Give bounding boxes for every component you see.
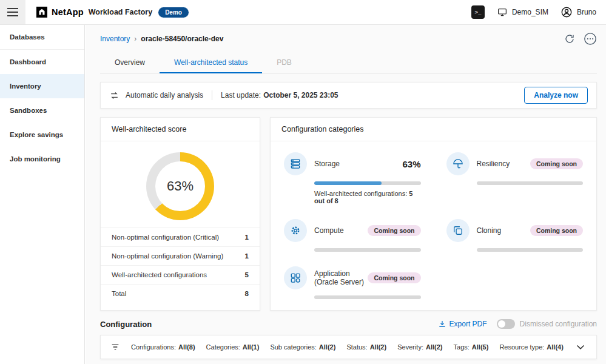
filter-sub-categories[interactable]: Sub categories:All(2) [270, 343, 335, 351]
category-cloning: Cloning Coming soon [446, 219, 584, 252]
compute-progress-bar [314, 248, 421, 252]
sidebar-item-sandboxes[interactable]: Sandboxes [0, 98, 84, 123]
resiliency-icon [446, 152, 470, 175]
tab-bar: Overview Well-architected status PDB [100, 53, 597, 73]
chevron-down-icon[interactable] [574, 341, 587, 353]
filter-configurations[interactable]: Configurations:All(8) [131, 343, 195, 351]
category-compute: Compute Coming soon [284, 219, 421, 252]
user-menu[interactable]: Bruno [561, 6, 596, 18]
analysis-bar: Automatic daily analysis Last update: Oc… [100, 82, 597, 109]
storage-icon [284, 152, 307, 175]
well-architected-score-card: Well-architected score 63% Non-optimal c… [100, 117, 260, 311]
configuration-categories-card: Configuration categories Storage 63% W [270, 117, 597, 311]
filter-tags[interactable]: Tags:All(5) [454, 343, 489, 351]
score-donut-chart: 63% [146, 152, 214, 220]
terminal-icon[interactable]: >_ [471, 5, 485, 19]
resiliency-progress-bar [477, 181, 584, 185]
application-progress-bar [314, 295, 421, 299]
compute-coming-soon-badge: Coming soon [368, 225, 420, 236]
filter-resource-type[interactable]: Resource type:All(4) [499, 343, 563, 351]
tab-overview[interactable]: Overview [100, 53, 160, 73]
storage-progress-bar [314, 181, 421, 185]
score-row-total: Total8 [101, 284, 260, 303]
hamburger-menu-icon[interactable] [0, 0, 25, 24]
dismissed-configuration-toggle-wrap: Dismissed configuration [497, 319, 597, 329]
brand-name: NetApp [52, 7, 84, 17]
connector-name: Demo_SIM [512, 8, 548, 16]
score-card-title: Well-architected score [101, 118, 260, 141]
sidebar-item-job-monitoring[interactable]: Job monitoring [0, 147, 84, 171]
sidebar-item-inventory[interactable]: Inventory [0, 74, 84, 98]
breadcrumb: Inventory › oracle-58450/oracle-dev [100, 32, 597, 46]
demo-badge: Demo [158, 7, 189, 18]
category-application: Application (Oracle Server) Coming soon [284, 266, 421, 299]
score-row-well-architected: Well-architected configurations5 [101, 265, 260, 284]
dismissed-configuration-toggle[interactable] [497, 319, 515, 329]
score-percent: 63% [167, 178, 194, 194]
score-row-critical: Non-optimal configuration (Critical)1 [101, 228, 260, 246]
top-bar: NetApp Workload Factory Demo >_ Demo_SIM… [0, 0, 606, 25]
breadcrumb-inventory-link[interactable]: Inventory [100, 35, 130, 43]
analysis-mode-label: Automatic daily analysis [126, 91, 203, 99]
configuration-title: Configuration [100, 320, 152, 329]
dismissed-configuration-label: Dismissed configuration [520, 320, 597, 328]
divider [212, 90, 212, 100]
storage-subtext: Well-architected configurations:5 out of… [314, 190, 421, 204]
storage-percent: 63% [402, 159, 420, 169]
last-update-label: Last update: [221, 91, 261, 99]
filter-icon[interactable] [110, 342, 120, 352]
sidebar-item-explore-savings[interactable]: Explore savings [0, 123, 84, 147]
export-pdf-button[interactable]: Export PDF [438, 320, 487, 328]
tab-pdb[interactable]: PDB [262, 53, 306, 73]
resiliency-coming-soon-badge: Coming soon [530, 158, 583, 169]
application-icon [284, 266, 307, 289]
filter-status[interactable]: Status:All(2) [346, 343, 386, 351]
category-storage: Storage 63% Well-architected configurati… [284, 152, 421, 204]
sidebar: Databases Dashboard Inventory Sandboxes … [0, 25, 85, 364]
connector-icon [497, 7, 508, 18]
auto-analysis-icon [109, 90, 120, 101]
tab-well-architected-status[interactable]: Well-architected status [160, 53, 262, 73]
netapp-brand: NetApp [36, 7, 84, 18]
breadcrumb-separator: › [134, 35, 136, 43]
product-name: Workload Factory [89, 8, 152, 16]
download-icon [438, 320, 446, 328]
netapp-logo-icon [36, 7, 47, 18]
main-content: Inventory › oracle-58450/oracle-dev Over… [86, 25, 606, 364]
compute-icon [284, 219, 307, 242]
score-row-warning: Non-optimal configuration (Warning)1 [101, 246, 260, 265]
user-icon [561, 6, 573, 18]
filter-categories[interactable]: Categories:All(1) [206, 343, 260, 351]
topbar-right: >_ Demo_SIM Bruno [471, 5, 606, 19]
application-coming-soon-badge: Coming soon [368, 272, 420, 283]
connector-menu[interactable]: Demo_SIM [497, 7, 548, 18]
categories-card-title: Configuration categories [271, 118, 596, 141]
cloning-coming-soon-badge: Coming soon [530, 225, 583, 236]
last-update-value: October 5, 2025 23:05 [263, 91, 338, 99]
category-resiliency: Resiliency Coming soon [446, 152, 584, 185]
refresh-icon[interactable] [564, 33, 575, 44]
breadcrumb-current: oracle-58450/oracle-dev [141, 35, 223, 43]
user-name: Bruno [577, 8, 596, 16]
sidebar-item-databases[interactable]: Databases [0, 25, 84, 50]
cloning-icon [446, 219, 470, 242]
more-options-icon[interactable] [584, 32, 597, 46]
sidebar-item-dashboard[interactable]: Dashboard [0, 50, 84, 74]
filter-severity[interactable]: Severity:All(2) [397, 343, 442, 351]
cloning-progress-bar [477, 248, 584, 252]
configuration-header: Configuration Export PDF Dismissed confi… [100, 319, 597, 329]
analyze-now-button[interactable]: Analyze now [524, 87, 588, 104]
configuration-filter-bar: Configurations:All(8) Categories:All(1) … [100, 335, 597, 359]
